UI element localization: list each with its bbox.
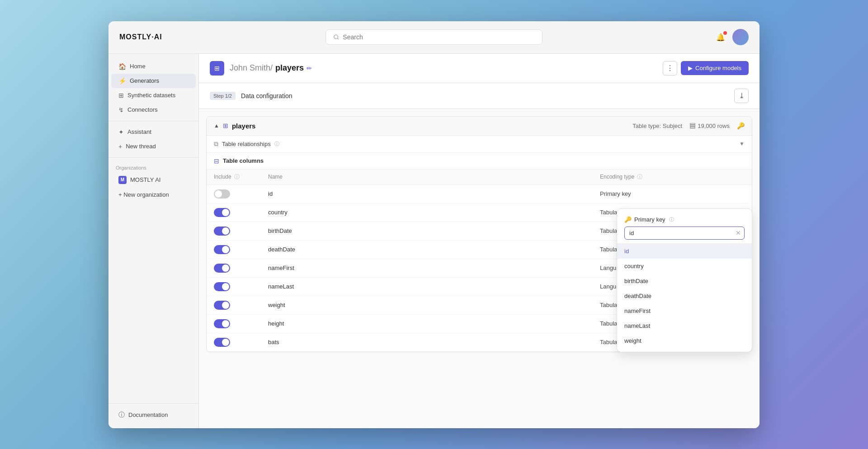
pk-option[interactable]: deathDate — [617, 288, 752, 303]
columns-header-row: ⊟ Table columns — [207, 153, 752, 170]
collapse-chevron[interactable]: ▲ — [214, 123, 219, 129]
org-icon: M — [118, 176, 127, 184]
rows-icon — [689, 123, 696, 129]
step-bar: Step 1/2 Data configuration ⤓ — [199, 83, 760, 109]
breadcrumb-user: John Smith/ — [230, 63, 273, 73]
sidebar-label-generators: Generators — [130, 77, 159, 84]
row-encoding: Primary key — [600, 190, 726, 197]
row-toggle[interactable] — [214, 189, 230, 199]
pk-option[interactable]: country — [617, 259, 752, 274]
sidebar-item-documentation[interactable]: ⓘ Documentation — [111, 407, 196, 423]
row-toggle[interactable] — [214, 208, 230, 217]
content-area: ▲ ⊞ players Table type: Subject 19,000 r… — [199, 109, 760, 428]
breadcrumb-dataset: players — [275, 63, 304, 73]
sidebar-item-assistant[interactable]: ✦ Assistant — [111, 125, 196, 139]
row-name: height — [268, 320, 600, 327]
body-area: 🏠 Home ⚡ Generators ⊞ Synthetic datasets… — [108, 54, 760, 428]
include-header-label: Include — [214, 174, 231, 180]
assistant-icon: ✦ — [118, 128, 124, 136]
main-content: ⊞ John Smith/ players ✏ ⋮ ▶ Configure mo… — [199, 54, 760, 428]
search-bar[interactable] — [326, 29, 542, 45]
pk-search-input[interactable] — [624, 227, 745, 240]
topbar: MOSTLY·AI 🔔 — [108, 21, 760, 54]
search-icon — [333, 34, 339, 40]
pk-option[interactable]: birthDate — [617, 274, 752, 288]
search-input[interactable] — [343, 33, 535, 41]
page-title-area: John Smith/ players ✏ — [230, 63, 312, 73]
toggle-cell — [214, 245, 268, 254]
table-header: ▲ ⊞ players Table type: Subject 19,000 r… — [207, 117, 752, 136]
notification-badge — [723, 31, 727, 35]
rows-count: 19,000 rows — [698, 123, 730, 129]
step-right: ⤓ — [734, 89, 749, 103]
toggle-cell — [214, 338, 268, 347]
sidebar-bottom: ⓘ Documentation — [108, 403, 198, 423]
toggle-cell — [214, 264, 268, 273]
table-meta: Table type: Subject 19,000 rows 🔑 — [632, 122, 745, 129]
sidebar-item-generators[interactable]: ⚡ Generators — [111, 74, 196, 88]
toggle-cell — [214, 301, 268, 310]
primary-key-icon[interactable]: 🔑 — [737, 122, 745, 129]
dataset-icon: ⊞ — [210, 61, 224, 76]
relationships-chevron[interactable]: ▼ — [739, 141, 745, 147]
sidebar-label-docs: Documentation — [128, 411, 168, 418]
toggle-cell — [214, 189, 268, 199]
pk-option[interactable]: nameLast — [617, 318, 752, 333]
sidebar-item-new-org[interactable]: + New organization — [111, 188, 196, 202]
row-name: id — [268, 190, 600, 197]
sidebar: 🏠 Home ⚡ Generators ⊞ Synthetic datasets… — [108, 54, 199, 428]
row-toggle[interactable] — [214, 338, 230, 347]
row-toggle[interactable] — [214, 227, 230, 236]
table-name: players — [232, 122, 256, 130]
sidebar-item-new-thread[interactable]: + New thread — [111, 139, 196, 154]
encoding-header-label: Encoding type — [600, 174, 634, 180]
new-thread-icon: + — [118, 143, 122, 150]
pk-dropdown: idcountrybirthDatedeathDatenameFirstname… — [617, 243, 752, 352]
edit-icon[interactable]: ✏ — [307, 65, 312, 72]
home-icon: 🏠 — [118, 63, 126, 70]
configure-models-button[interactable]: ▶ Configure models — [681, 61, 749, 75]
relationships-label: Table relationships — [222, 141, 271, 147]
topbar-right: 🔔 — [716, 29, 749, 45]
row-toggle[interactable] — [214, 245, 230, 254]
pk-option[interactable]: nameFirst — [617, 303, 752, 318]
encoding-info-icon: ⓘ — [637, 174, 642, 180]
documentation-icon: ⓘ — [118, 411, 125, 419]
avatar[interactable] — [732, 29, 749, 45]
relationships-row[interactable]: ⧉ Table relationships ⓘ ▼ — [207, 136, 752, 153]
toggle-cell — [214, 282, 268, 291]
step-badge: Step 1/2 — [210, 92, 236, 100]
row-toggle[interactable] — [214, 282, 230, 291]
export-button[interactable]: ⤓ — [734, 89, 749, 103]
pk-info-icon: ⓘ — [669, 216, 674, 223]
pk-header: 🔑 Primary key ⓘ — [617, 209, 752, 227]
pk-option[interactable]: height — [617, 348, 752, 352]
more-options-button[interactable]: ⋮ — [663, 61, 677, 76]
row-toggle[interactable] — [214, 319, 230, 328]
pk-input-container: ✕ — [624, 227, 745, 240]
row-toggle[interactable] — [214, 264, 230, 273]
svg-rect-2 — [690, 125, 695, 127]
pk-option[interactable]: weight — [617, 333, 752, 348]
table-type: Table type: Subject — [632, 123, 682, 129]
row-toggle[interactable] — [214, 301, 230, 310]
sidebar-divider-2 — [108, 157, 198, 158]
synthetic-datasets-icon: ⊞ — [118, 92, 124, 99]
generators-icon: ⚡ — [118, 77, 126, 85]
sidebar-item-mostly-ai[interactable]: M MOSTLY AI — [111, 172, 196, 188]
sidebar-item-synthetic-datasets[interactable]: ⊞ Synthetic datasets — [111, 88, 196, 103]
row-name: deathDate — [268, 246, 600, 253]
include-info-icon: ⓘ — [234, 174, 240, 180]
pk-clear-icon[interactable]: ✕ — [736, 229, 741, 236]
col-header-name: Name — [268, 174, 600, 180]
row-name: bats — [268, 339, 600, 345]
pk-option[interactable]: id — [617, 244, 752, 259]
sidebar-item-home[interactable]: 🏠 Home — [111, 59, 196, 74]
col-header-encoding: Encoding type ⓘ — [600, 173, 726, 181]
step-label: Data configuration — [241, 92, 292, 99]
notification-bell[interactable]: 🔔 — [716, 33, 725, 42]
toggle-cell — [214, 319, 268, 328]
row-name: weight — [268, 302, 600, 308]
sidebar-item-connectors[interactable]: ↯ Connectors — [111, 103, 196, 117]
row-name: country — [268, 209, 600, 216]
